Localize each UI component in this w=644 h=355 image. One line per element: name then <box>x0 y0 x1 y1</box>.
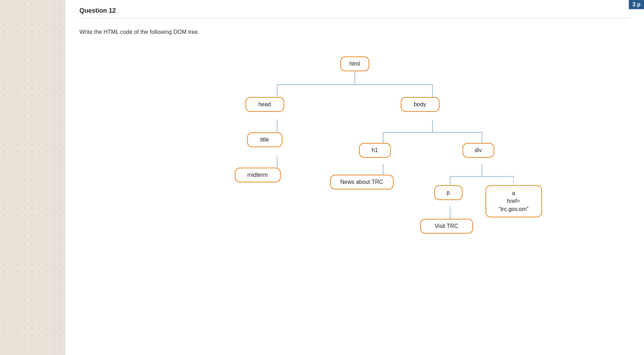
points-badge: 3 p <box>629 0 644 9</box>
node-body: body <box>401 97 440 112</box>
main-content: Question 12 3 p Write the HTML code of t… <box>65 0 644 355</box>
node-html: html <box>340 56 369 71</box>
node-div: div <box>463 143 494 158</box>
node-a: a href= “trc.gov.om” <box>485 185 542 217</box>
node-midterm: midterm <box>235 168 281 182</box>
dom-tree: html head body title h1 <box>196 49 514 296</box>
sidebar-pattern <box>0 0 65 355</box>
question-text: Write the HTML code of the following DOM… <box>79 29 630 35</box>
node-news: News about TRC <box>330 175 394 189</box>
svg-rect-1 <box>0 0 65 355</box>
node-h1: h1 <box>359 143 391 158</box>
node-visit: Visit TRC <box>420 219 473 234</box>
node-title: title <box>247 132 282 147</box>
node-head: head <box>245 97 284 112</box>
question-title: Question 12 <box>79 7 116 14</box>
question-header: Question 12 3 p <box>79 7 630 18</box>
node-p: p <box>434 185 463 200</box>
